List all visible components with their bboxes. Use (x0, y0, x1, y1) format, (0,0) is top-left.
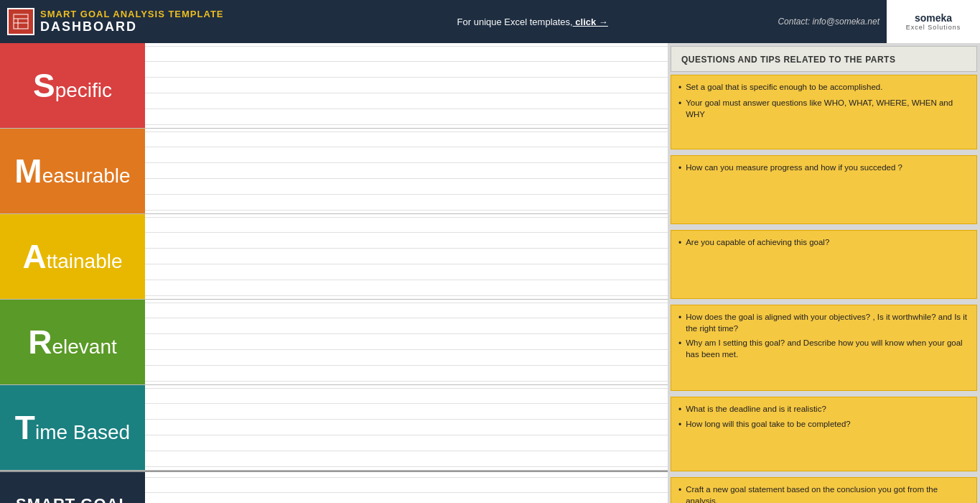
brand-name: someka (906, 12, 961, 24)
content-line (145, 404, 668, 420)
content-line (145, 93, 668, 109)
relevant-row: Relevant (0, 300, 668, 385)
measurable-big-letter: M (14, 152, 42, 190)
specific-tip-1-text: Set a goal that is specific enough to be… (686, 81, 882, 93)
bullet-icon: • (678, 98, 681, 110)
bullet-icon: • (678, 82, 681, 94)
relevant-label: Relevant (0, 300, 145, 384)
content-line (145, 366, 668, 382)
header-titles: SMART GOAL ANALYSIS TEMPLATE DASHBOARD (40, 9, 224, 34)
specific-content[interactable] (145, 43, 668, 128)
specific-tip-1: • Set a goal that is specific enough to … (678, 81, 969, 94)
specific-row: Specific (0, 43, 668, 129)
tips-sections: • Set a goal that is specific enough to … (668, 72, 980, 503)
smartgoal-row: SMART GOAL (0, 471, 668, 503)
attainable-big-letter: A (22, 238, 46, 275)
bullet-icon: • (678, 419, 681, 431)
measurable-tips-box: • How can you measure progress and how i… (671, 155, 977, 224)
measurable-tip-1-text: How can you measure progress and how if … (686, 162, 902, 173)
smartgoal-label-text: SMART GOAL (16, 496, 129, 503)
attainable-content[interactable] (145, 214, 668, 299)
timebased-row: Time Based (0, 385, 668, 471)
measurable-content[interactable] (145, 129, 668, 213)
content-line (145, 280, 668, 296)
content-line (145, 451, 668, 467)
logo-icon (7, 8, 34, 35)
smartgoal-label: SMART GOAL (0, 472, 145, 503)
smartgoal-tip-1: • Craft a new goal statement based on th… (678, 484, 969, 503)
relevant-content[interactable] (145, 300, 668, 384)
bullet-icon: • (678, 237, 681, 249)
content-line (145, 388, 668, 404)
timebased-tip-1-text: What is the deadline and is it realistic… (686, 403, 826, 415)
relevant-big-letter: R (28, 323, 52, 361)
relevant-tip-1: • How does the goal is aligned with your… (678, 311, 969, 334)
content-line (145, 233, 668, 249)
timebased-tips-box: • What is the deadline and is it realist… (671, 397, 977, 471)
measurable-tip-1: • How can you measure progress and how i… (678, 162, 969, 175)
content-line (145, 264, 668, 280)
measurable-label-text: Measurable (14, 153, 130, 190)
content-line (145, 350, 668, 366)
content-line (145, 249, 668, 264)
bullet-icon: • (678, 312, 681, 324)
attainable-row: Attainable (0, 214, 668, 300)
content-line (145, 217, 668, 233)
brand-sub: Excel Solutions (906, 24, 961, 31)
specific-tip-2: • Your goal must answer questions like W… (678, 97, 969, 120)
tips-panel: QUESTIONS AND TIPS RELATED TO THE PARTS … (668, 43, 980, 503)
click-link[interactable]: click → (573, 17, 608, 27)
timebased-content[interactable] (145, 385, 668, 470)
relevant-tips-box: • How does the goal is aligned with your… (671, 305, 977, 391)
attainable-label-text: Attainable (22, 239, 122, 275)
smartgoal-content[interactable] (145, 472, 668, 503)
header-promo: For unique Excel templates, click → (287, 0, 778, 43)
bullet-icon: • (678, 338, 681, 350)
relevant-label-text: Relevant (28, 324, 117, 361)
timebased-big-letter: T (15, 409, 35, 446)
bullet-icon: • (678, 162, 681, 175)
content-line (145, 334, 668, 350)
template-name: SMART GOAL ANALYSIS TEMPLATE (40, 9, 224, 19)
attainable-tip-1: • Are you capable of achieving this goal… (678, 236, 969, 249)
content-line (145, 109, 668, 125)
timebased-tip-2-text: How long will this goal take to be compl… (686, 418, 851, 430)
app-header: SMART GOAL ANALYSIS TEMPLATE DASHBOARD F… (0, 0, 980, 43)
smartgoal-tips-box: • Craft a new goal statement based on th… (671, 477, 977, 503)
tips-header-text: QUESTIONS AND TIPS RELATED TO THE PARTS (681, 55, 895, 65)
timebased-label: Time Based (0, 385, 145, 470)
main-layout: Specific Measurable (0, 43, 980, 503)
svg-rect-0 (14, 14, 28, 29)
specific-tips-box: • Set a goal that is specific enough to … (671, 75, 977, 149)
measurable-label: Measurable (0, 129, 145, 213)
content-line (145, 46, 668, 62)
logo-area: SMART GOAL ANALYSIS TEMPLATE DASHBOARD (0, 0, 287, 43)
content-line (145, 195, 668, 211)
attainable-label: Attainable (0, 214, 145, 299)
relevant-tip-2-text: Why am I setting this goal? and Describe… (686, 337, 969, 360)
specific-big-letter: S (33, 67, 55, 104)
specific-label-text: Specific (33, 68, 112, 104)
content-line (145, 78, 668, 93)
content-line (145, 163, 668, 179)
specific-tip-2-text: Your goal must answer questions like WHO… (686, 97, 969, 120)
bullet-icon: • (678, 484, 681, 497)
tips-header: QUESTIONS AND TIPS RELATED TO THE PARTS (671, 46, 977, 72)
content-line (145, 147, 668, 163)
bullet-icon: • (678, 404, 681, 416)
content-line (145, 420, 668, 435)
attainable-tips-box: • Are you capable of achieving this goal… (671, 230, 977, 299)
timebased-tip-1: • What is the deadline and is it realist… (678, 403, 969, 416)
smartgoal-tip-1-text: Craft a new goal statement based on the … (686, 484, 969, 503)
timebased-label-text: Time Based (15, 410, 130, 446)
content-line (145, 318, 668, 334)
content-line (145, 303, 668, 318)
timebased-tip-2: • How long will this goal take to be com… (678, 418, 969, 431)
measurable-row: Measurable (0, 129, 668, 214)
specific-label: Specific (0, 43, 145, 128)
content-line (145, 131, 668, 147)
relevant-tip-2: • Why am I setting this goal? and Descri… (678, 337, 969, 360)
content-line (145, 435, 668, 451)
dashboard-label: DASHBOARD (40, 19, 224, 34)
smart-sections: Specific Measurable (0, 43, 668, 503)
